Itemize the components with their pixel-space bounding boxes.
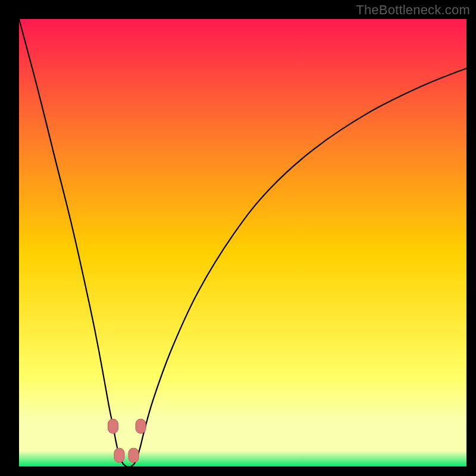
gradient-background <box>19 19 466 466</box>
watermark-text: TheBottleneck.com <box>356 2 470 18</box>
curve-marker <box>129 448 139 462</box>
chart-area <box>19 19 466 466</box>
chart-svg <box>19 19 466 466</box>
curve-marker <box>114 448 124 462</box>
curve-marker <box>108 419 118 433</box>
curve-marker <box>136 419 146 433</box>
outer-frame: TheBottleneck.com <box>0 0 476 476</box>
